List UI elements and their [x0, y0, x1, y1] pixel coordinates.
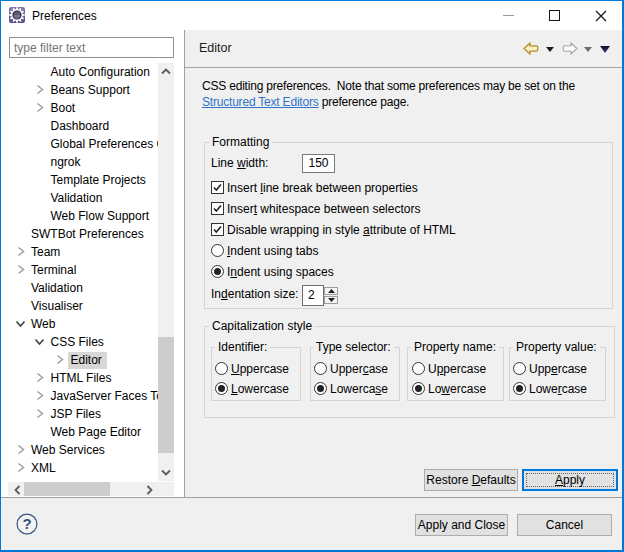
svg-text:?: ? [22, 515, 31, 532]
